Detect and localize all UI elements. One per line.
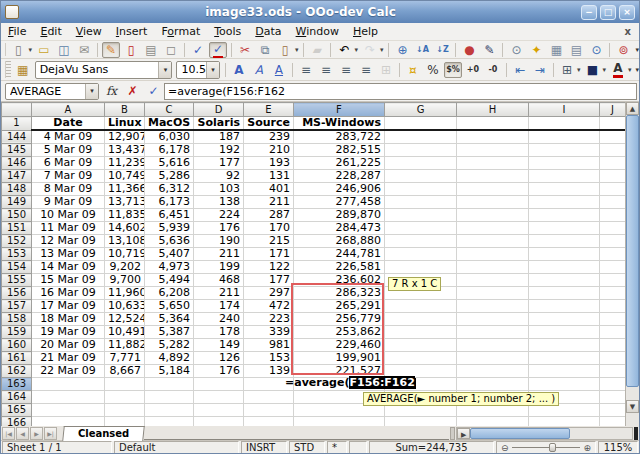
cell[interactable]: 215 bbox=[244, 235, 294, 248]
cell[interactable]: 17 Mar 09 bbox=[32, 300, 105, 313]
row-header-145[interactable]: 145 bbox=[2, 144, 32, 157]
cell[interactable]: 15 Mar 09 bbox=[32, 274, 105, 287]
row-header-151[interactable]: 151 bbox=[2, 222, 32, 235]
cell[interactable]: 6,312 bbox=[145, 183, 194, 196]
clone-formatting-icon[interactable]: ▰ bbox=[308, 42, 326, 58]
cell[interactable]: 139 bbox=[244, 365, 294, 378]
cell[interactable]: 268,880 bbox=[294, 235, 385, 248]
font-size-combo[interactable]: 10.5 ▾ bbox=[176, 61, 220, 79]
undo-icon[interactable]: ↶ bbox=[335, 42, 353, 58]
cell[interactable]: 13,713 bbox=[105, 196, 145, 209]
cell[interactable]: 211 bbox=[244, 196, 294, 209]
row-header-148[interactable]: 148 bbox=[2, 183, 32, 196]
cell[interactable] bbox=[244, 404, 294, 417]
cancel-icon[interactable]: ✗ bbox=[124, 83, 141, 100]
input-line[interactable]: =average(F156:F162 bbox=[164, 83, 637, 100]
menu-item-file[interactable]: File bbox=[1, 24, 33, 39]
cell[interactable] bbox=[294, 391, 385, 404]
cell[interactable]: 4,892 bbox=[145, 352, 194, 365]
cell[interactable]: 5,364 bbox=[145, 313, 194, 326]
cell[interactable] bbox=[529, 352, 600, 365]
cell[interactable] bbox=[529, 326, 600, 339]
cell[interactable] bbox=[600, 117, 626, 131]
menu-item-window[interactable]: Window bbox=[289, 24, 346, 39]
tab-scrollbar-splitter[interactable] bbox=[450, 427, 455, 440]
cell[interactable]: 122 bbox=[244, 261, 294, 274]
menu-item-format[interactable]: Format bbox=[154, 24, 207, 39]
cell[interactable] bbox=[145, 404, 194, 417]
cell[interactable] bbox=[529, 248, 600, 261]
cell[interactable]: 11,882 bbox=[105, 339, 145, 352]
cell[interactable] bbox=[457, 287, 529, 300]
cell[interactable] bbox=[32, 391, 105, 404]
cell[interactable]: 287 bbox=[244, 209, 294, 222]
cell[interactable]: 211 bbox=[194, 287, 244, 300]
cell[interactable]: 176 bbox=[194, 222, 244, 235]
redo-icon[interactable]: ↷ bbox=[361, 42, 379, 58]
cell[interactable]: 16 Mar 09 bbox=[32, 287, 105, 300]
cell[interactable] bbox=[385, 300, 457, 313]
cell[interactable]: 14 Mar 09 bbox=[32, 261, 105, 274]
sort-descending-icon[interactable]: ↓Z bbox=[433, 42, 451, 58]
edit-file-icon[interactable]: ✎ bbox=[102, 42, 120, 58]
cell[interactable] bbox=[385, 417, 457, 427]
cell[interactable]: 149 bbox=[194, 339, 244, 352]
cell[interactable]: 10,719 bbox=[105, 248, 145, 261]
cell[interactable] bbox=[385, 235, 457, 248]
cell[interactable]: 6,208 bbox=[145, 287, 194, 300]
row-header-159[interactable]: 159 bbox=[2, 326, 32, 339]
row-header-157[interactable]: 157 bbox=[2, 300, 32, 313]
add-decimal-icon[interactable]: +0 bbox=[464, 62, 482, 78]
cell[interactable]: 153 bbox=[244, 352, 294, 365]
chevron-down-icon[interactable]: ▾ bbox=[206, 62, 219, 78]
cell[interactable]: 5,636 bbox=[145, 235, 194, 248]
cell[interactable] bbox=[385, 209, 457, 222]
copy-icon[interactable]: ⧉ bbox=[256, 42, 274, 58]
cell[interactable] bbox=[600, 404, 626, 417]
row-header-166[interactable]: 166 bbox=[2, 417, 32, 427]
autospellcheck-icon[interactable]: ✓ bbox=[209, 42, 227, 58]
cell[interactable] bbox=[385, 261, 457, 274]
cell[interactable]: 244,781 bbox=[294, 248, 385, 261]
sum-indicator[interactable]: Sum=244,735 bbox=[369, 441, 494, 454]
cell[interactable] bbox=[457, 404, 529, 417]
cell[interactable] bbox=[457, 339, 529, 352]
cell[interactable] bbox=[529, 170, 600, 183]
cell[interactable] bbox=[385, 404, 457, 417]
cell[interactable]: 256,779 bbox=[294, 313, 385, 326]
cell[interactable] bbox=[600, 300, 626, 313]
cell[interactable]: 8 Mar 09 bbox=[32, 183, 105, 196]
cell[interactable] bbox=[385, 144, 457, 157]
row-header-165[interactable]: 165 bbox=[2, 404, 32, 417]
print-icon[interactable]: ▤ bbox=[142, 42, 160, 58]
cell[interactable] bbox=[457, 313, 529, 326]
cell[interactable]: 229,460 bbox=[294, 339, 385, 352]
cell[interactable] bbox=[385, 391, 457, 404]
cell[interactable]: 12,524 bbox=[105, 313, 145, 326]
delete-decimal-icon[interactable]: -0 bbox=[484, 62, 502, 78]
cell[interactable] bbox=[385, 274, 457, 287]
cell[interactable]: 12,907 bbox=[105, 130, 145, 144]
cell[interactable] bbox=[600, 222, 626, 235]
cell[interactable]: 20 Mar 09 bbox=[32, 339, 105, 352]
cell[interactable]: 5,407 bbox=[145, 248, 194, 261]
data-sources-icon[interactable]: ▤ bbox=[567, 42, 585, 58]
row-header-160[interactable]: 160 bbox=[2, 339, 32, 352]
menu-item-data[interactable]: Data bbox=[248, 24, 288, 39]
cell[interactable] bbox=[600, 287, 626, 300]
cell[interactable] bbox=[457, 235, 529, 248]
row-header-158[interactable]: 158 bbox=[2, 313, 32, 326]
cell[interactable]: 5,387 bbox=[145, 326, 194, 339]
cell[interactable] bbox=[600, 378, 626, 391]
paste-icon[interactable]: ▯ bbox=[276, 42, 294, 58]
sheet-indicator[interactable]: Sheet 1 / 1 bbox=[2, 441, 112, 454]
cell[interactable] bbox=[529, 417, 600, 427]
cell[interactable] bbox=[600, 365, 626, 378]
toolbar-overflow-icon[interactable]: ▾ bbox=[635, 66, 639, 74]
column-header-h[interactable]: H bbox=[457, 103, 529, 117]
cell[interactable]: 103 bbox=[194, 183, 244, 196]
cell[interactable] bbox=[105, 404, 145, 417]
cell[interactable]: 12 Mar 09 bbox=[32, 235, 105, 248]
cell[interactable]: 5,282 bbox=[145, 339, 194, 352]
vertical-scrollbar[interactable]: ▲ ▼ bbox=[625, 102, 639, 426]
